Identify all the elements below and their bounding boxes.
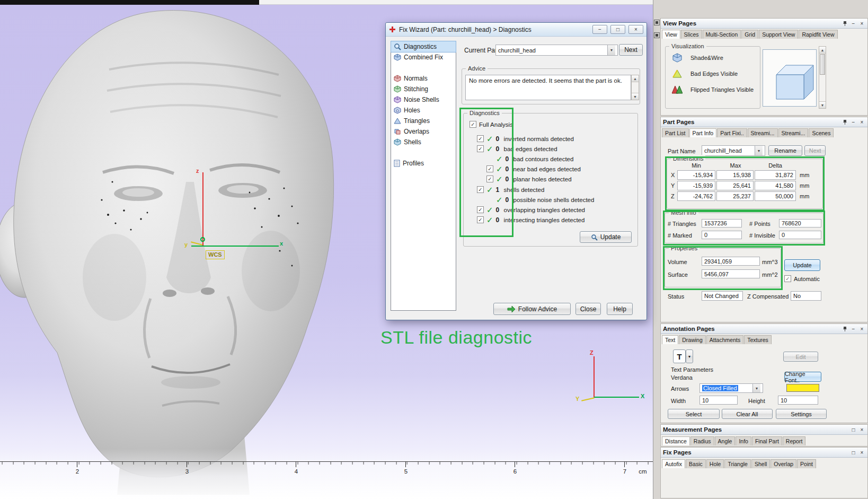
- dock-icon[interactable]: [654, 32, 660, 38]
- tab-report[interactable]: Report: [783, 436, 806, 445]
- tab-autofix[interactable]: Autofix: [662, 459, 685, 468]
- chevron-down-icon[interactable]: ▾: [755, 146, 763, 155]
- tab-streamics-1[interactable]: Streami...: [748, 128, 778, 137]
- width-input[interactable]: 10: [699, 396, 738, 405]
- restore-icon[interactable]: □: [850, 449, 857, 456]
- nav-item-stitching[interactable]: Stitching: [391, 84, 456, 94]
- viz-item-label[interactable]: Bad Edges Visible: [690, 71, 738, 77]
- nav-item-profiles[interactable]: Profiles: [391, 158, 456, 169]
- rename-button[interactable]: Rename: [768, 145, 802, 156]
- tab-hole[interactable]: Hole: [706, 459, 724, 468]
- flipped-triangles-icon[interactable]: [670, 84, 684, 95]
- viz-item-label[interactable]: Flipped Triangles Visible: [690, 86, 754, 93]
- fix-pages-header[interactable]: Fix Pages □ ×: [661, 448, 867, 458]
- view-panel-scrollbar[interactable]: ▲ ▼: [819, 46, 826, 109]
- scroll-up-icon[interactable]: ▲: [632, 75, 639, 82]
- close-icon[interactable]: ×: [858, 426, 865, 433]
- restore-icon[interactable]: □: [850, 426, 857, 433]
- nav-item-holes[interactable]: Holes: [391, 105, 456, 116]
- tab-part-info[interactable]: Part Info: [689, 128, 717, 137]
- change-font-button[interactable]: Change Font..: [784, 372, 821, 382]
- annotation-pages-header[interactable]: Annotation Pages − ×: [661, 324, 867, 334]
- automatic-checkbox[interactable]: ✓: [784, 275, 791, 282]
- nav-item-diagnostics[interactable]: Diagnostics: [391, 41, 456, 52]
- close-icon[interactable]: ×: [628, 25, 643, 34]
- viz-item-label[interactable]: Shade&Wire: [690, 55, 723, 61]
- minimize-icon[interactable]: −: [850, 20, 857, 27]
- tab-streamics-2[interactable]: Streami...: [778, 128, 809, 137]
- tab-shell[interactable]: Shell: [751, 459, 770, 468]
- advice-scrollbar[interactable]: ▲ ▼: [631, 75, 639, 100]
- tab-radius[interactable]: Radius: [690, 436, 714, 445]
- edit-button[interactable]: Edit: [783, 352, 818, 362]
- follow-advice-button[interactable]: Follow Advice: [493, 303, 571, 315]
- diagnostic-checkbox[interactable]: ✓: [477, 216, 484, 223]
- tab-drawing[interactable]: Drawing: [679, 335, 706, 344]
- diagnostic-checkbox[interactable]: ✓: [486, 176, 493, 182]
- update-button[interactable]: Update: [784, 259, 820, 271]
- current-part-select[interactable]: churchill_head ▾: [495, 45, 618, 56]
- diagnostic-checkbox[interactable]: ✓: [477, 206, 484, 213]
- nav-item-combined-fix[interactable]: Combined Fix: [391, 52, 456, 63]
- next-button[interactable]: Next: [619, 44, 643, 56]
- diagnostic-checkbox[interactable]: ✓: [477, 145, 484, 152]
- tab-part-list[interactable]: Part List: [662, 128, 689, 137]
- height-input[interactable]: 10: [778, 396, 818, 405]
- tab-triangle[interactable]: Triangle: [724, 459, 751, 468]
- close-icon[interactable]: ×: [858, 20, 865, 27]
- diagnostic-checkbox[interactable]: ✓: [477, 186, 484, 193]
- tab-distance[interactable]: Distance: [662, 436, 690, 445]
- tab-support-view[interactable]: Support View: [759, 30, 798, 39]
- dialog-titlebar[interactable]: Fix Wizard (Part: churchill_head) > Diag…: [386, 23, 646, 37]
- tab-basic[interactable]: Basic: [686, 459, 706, 468]
- minimize-icon[interactable]: −: [592, 25, 607, 34]
- nav-item-overlaps[interactable]: Overlaps: [391, 126, 456, 137]
- scroll-down-icon[interactable]: ▼: [632, 93, 639, 100]
- view-pages-header[interactable]: View Pages − ×: [661, 19, 867, 29]
- nav-item-normals[interactable]: Normals: [391, 73, 456, 84]
- nav-item-triangles[interactable]: Triangles: [391, 116, 456, 126]
- tab-view[interactable]: View: [662, 30, 680, 39]
- orientation-cube-box[interactable]: [763, 49, 817, 107]
- tab-slices[interactable]: Slices: [681, 30, 702, 39]
- minimize-icon[interactable]: −: [850, 119, 857, 126]
- help-button[interactable]: Help: [607, 303, 633, 315]
- color-swatch[interactable]: [786, 384, 819, 392]
- restore-icon[interactable]: □: [610, 25, 625, 34]
- shade-wire-icon[interactable]: [670, 52, 684, 63]
- diagnostic-checkbox[interactable]: ✓: [486, 165, 493, 172]
- text-tool-dropdown[interactable]: ▾: [686, 349, 693, 363]
- minimize-icon[interactable]: −: [850, 326, 857, 332]
- tab-multi-section[interactable]: Multi-Section: [703, 30, 741, 39]
- close-icon[interactable]: ×: [858, 449, 865, 456]
- part-name-input[interactable]: churchill_head ▾: [702, 145, 765, 156]
- update-button[interactable]: Update: [580, 231, 632, 243]
- scroll-down-icon[interactable]: ▼: [819, 101, 826, 108]
- tab-rapidfit-view[interactable]: Rapidfit View: [799, 30, 837, 39]
- pin-icon[interactable]: [842, 119, 848, 126]
- clear-all-button[interactable]: Clear All: [722, 409, 773, 419]
- tab-scenes[interactable]: Scenes: [809, 128, 834, 137]
- full-analysis-checkbox[interactable]: ✓: [470, 121, 476, 128]
- scrollbar-thumb[interactable]: [820, 54, 825, 75]
- nav-item-shells[interactable]: Shells: [391, 137, 456, 147]
- part-pages-header[interactable]: Part Pages − ×: [661, 117, 867, 127]
- nav-item-noise-shells[interactable]: Noise Shells: [391, 94, 456, 105]
- next-button[interactable]: Next: [804, 145, 826, 156]
- tab-point[interactable]: Point: [797, 459, 816, 468]
- tab-attachments[interactable]: Attachments: [706, 335, 743, 344]
- chevron-down-icon[interactable]: ▾: [607, 45, 615, 55]
- close-button[interactable]: Close: [575, 303, 601, 315]
- tab-part-fixing[interactable]: Part Fixi..: [717, 128, 747, 137]
- diagnostic-checkbox[interactable]: ✓: [477, 135, 484, 142]
- tab-overlap[interactable]: Overlap: [770, 459, 796, 468]
- tab-final-part[interactable]: Final Part: [752, 436, 782, 445]
- close-icon[interactable]: ×: [858, 119, 865, 126]
- dock-icon[interactable]: [654, 20, 660, 25]
- settings-button[interactable]: Settings: [776, 409, 827, 419]
- pin-icon[interactable]: [842, 20, 848, 27]
- close-icon[interactable]: ×: [858, 326, 865, 332]
- tab-angle[interactable]: Angle: [715, 436, 736, 445]
- text-tool-button[interactable]: T: [673, 349, 686, 363]
- chevron-down-icon[interactable]: ▾: [752, 384, 760, 392]
